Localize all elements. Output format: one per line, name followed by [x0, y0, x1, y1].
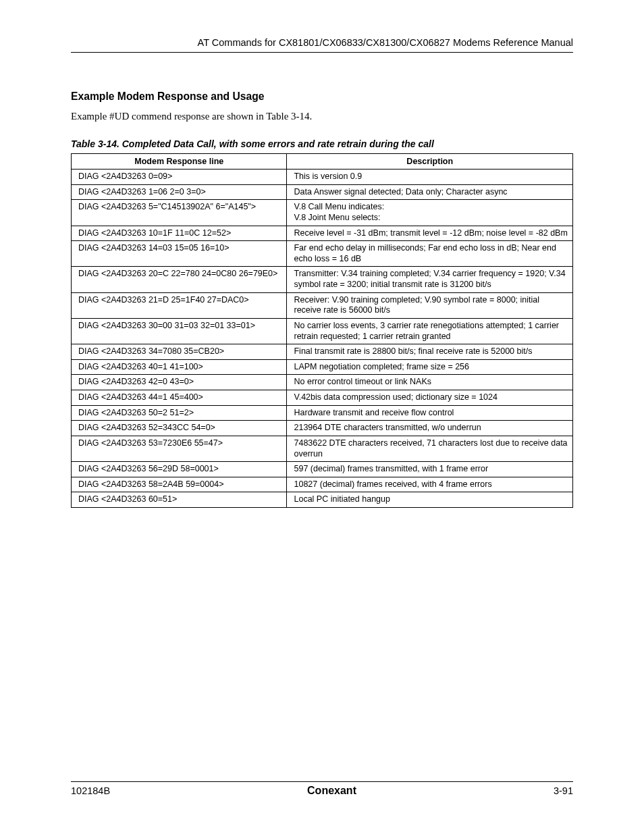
response-cell: DIAG <2A4D3263 44=1 45=400>	[72, 390, 287, 406]
page-footer: 102184B Conexant 3-91	[71, 781, 573, 797]
response-cell: DIAG <2A4D3263 42=0 43=0>	[72, 375, 287, 390]
description-cell: Local PC initiated hangup	[287, 492, 573, 508]
table-header-row: Modem Response line Description	[72, 154, 573, 170]
description-cell: Far end echo delay in milliseconds; Far …	[287, 241, 573, 267]
footer-left: 102184B	[71, 785, 110, 796]
response-cell: DIAG <2A4D3263 1=06 2=0 3=0>	[72, 184, 287, 200]
table-row: DIAG <2A4D3263 42=0 43=0>No error contro…	[72, 375, 573, 390]
description-cell: 213964 DTE characters transmitted, w/o u…	[287, 421, 573, 436]
page: AT Commands for CX81801/CX06833/CX81300/…	[0, 0, 644, 834]
description-cell: Transmitter: V.34 training completed; V.…	[287, 267, 573, 292]
table-caption: Table 3-14. Completed Data Call, with so…	[71, 138, 573, 149]
table-row: DIAG <2A4D3263 1=06 2=0 3=0>Data Answer …	[72, 184, 573, 200]
description-cell: 7483622 DTE characters received, 71 char…	[287, 436, 573, 461]
section-title: Example Modem Response and Usage	[71, 90, 548, 103]
response-cell: DIAG <2A4D3263 52=343CC 54=0>	[72, 421, 287, 436]
footer-right: 3-91	[554, 785, 573, 796]
response-cell: DIAG <2A4D3263 10=1F 11=0C 12=52>	[72, 226, 287, 241]
response-cell: DIAG <2A4D3263 34=7080 35=CB20>	[72, 344, 287, 360]
response-cell: DIAG <2A4D3263 56=29D 58=0001>	[72, 462, 287, 477]
response-cell: DIAG <2A4D3263 21=D 25=1F40 27=DAC0>	[72, 292, 287, 318]
response-cell: DIAG <2A4D3263 40=1 41=100>	[72, 359, 287, 375]
table-row: DIAG <2A4D3263 56=29D 58=0001>597 (decim…	[72, 462, 573, 477]
description-cell: Hardware transmit and receive flow contr…	[287, 405, 573, 421]
table-row: DIAG <2A4D3263 34=7080 35=CB20>Final tra…	[72, 344, 573, 360]
description-cell: LAPM negotiation completed; frame size =…	[287, 359, 573, 375]
response-cell: DIAG <2A4D3263 14=03 15=05 16=10>	[72, 241, 287, 267]
table-row: DIAG <2A4D3263 40=1 41=100>LAPM negotiat…	[72, 359, 573, 375]
response-table: Modem Response line Description DIAG <2A…	[71, 153, 573, 508]
description-cell: V.8 Call Menu indicates:V.8 Joint Menu s…	[287, 200, 573, 226]
description-cell: This is version 0.9	[287, 170, 573, 185]
table-row: DIAG <2A4D3263 14=03 15=05 16=10>Far end…	[72, 241, 573, 267]
description-cell: 597 (decimal) frames transmitted, with 1…	[287, 462, 573, 477]
description-cell: 10827 (decimal) frames received, with 4 …	[287, 477, 573, 492]
response-cell: DIAG <2A4D3263 20=C 22=780 24=0C80 26=79…	[72, 267, 287, 292]
description-cell: Receiver: V.90 training completed; V.90 …	[287, 292, 573, 318]
response-cell: DIAG <2A4D3263 50=2 51=2>	[72, 405, 287, 421]
table-row: DIAG <2A4D3263 58=2A4B 59=0004>10827 (de…	[72, 477, 573, 492]
table-row: DIAG <2A4D3263 50=2 51=2>Hardware transm…	[72, 405, 573, 421]
description-cell: No carrier loss events, 3 carrier rate r…	[287, 318, 573, 344]
description-cell: Final transmit rate is 28800 bit/s; fina…	[287, 344, 573, 360]
response-cell: DIAG <2A4D3263 5="C14513902A" 6="A145">	[72, 200, 287, 226]
col-header-response: Modem Response line	[72, 154, 287, 170]
response-cell: DIAG <2A4D3263 53=7230E6 55=47>	[72, 436, 287, 461]
table-row: DIAG <2A4D3263 30=00 31=03 32=01 33=01>N…	[72, 318, 573, 344]
table-row: DIAG <2A4D3263 60=51>Local PC initiated …	[72, 492, 573, 508]
response-cell: DIAG <2A4D3263 58=2A4B 59=0004>	[72, 477, 287, 492]
response-cell: DIAG <2A4D3263 0=09>	[72, 170, 287, 185]
table-row: DIAG <2A4D3263 21=D 25=1F40 27=DAC0>Rece…	[72, 292, 573, 318]
description-cell: V.42bis data compression used; dictionar…	[287, 390, 573, 406]
response-cell: DIAG <2A4D3263 60=51>	[72, 492, 287, 508]
table-row: DIAG <2A4D3263 52=343CC 54=0>213964 DTE …	[72, 421, 573, 436]
footer-center: Conexant	[307, 785, 356, 797]
description-cell: Receive level = -31 dBm; transmit level …	[287, 226, 573, 241]
description-cell: No error control timeout or link NAKs	[287, 375, 573, 390]
description-cell: Data Answer signal detected; Data only; …	[287, 184, 573, 200]
table-row: DIAG <2A4D3263 20=C 22=780 24=0C80 26=79…	[72, 267, 573, 292]
table-row: DIAG <2A4D3263 5="C14513902A" 6="A145">V…	[72, 200, 573, 226]
response-cell: DIAG <2A4D3263 30=00 31=03 32=01 33=01>	[72, 318, 287, 344]
table-row: DIAG <2A4D3263 10=1F 11=0C 12=52>Receive…	[72, 226, 573, 241]
intro-paragraph: Example #UD commend response are shown i…	[71, 111, 573, 122]
table-row: DIAG <2A4D3263 44=1 45=400>V.42bis data …	[72, 390, 573, 406]
table-row: DIAG <2A4D3263 53=7230E6 55=47>7483622 D…	[72, 436, 573, 461]
table-row: DIAG <2A4D3263 0=09>This is version 0.9	[72, 170, 573, 185]
col-header-description: Description	[287, 154, 573, 170]
running-header: AT Commands for CX81801/CX06833/CX81300/…	[71, 37, 573, 53]
